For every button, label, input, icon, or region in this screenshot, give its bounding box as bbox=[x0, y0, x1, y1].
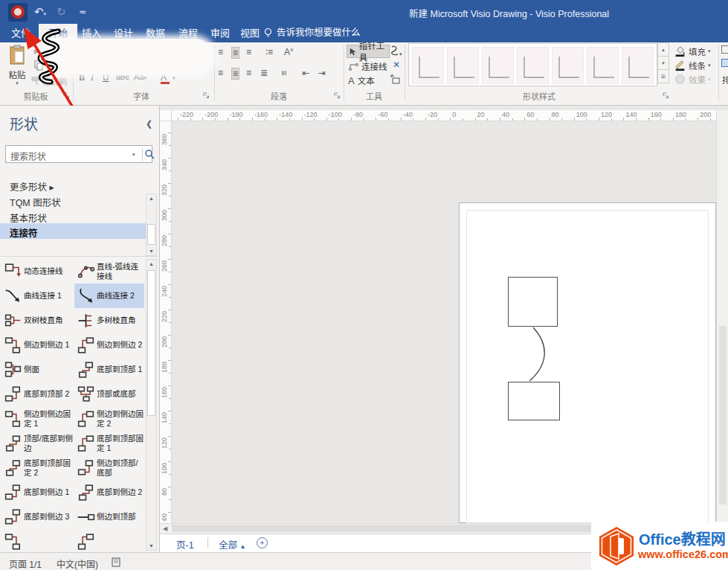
shape-style-thumbnail[interactable] bbox=[517, 47, 549, 84]
connection-point-tool-icon[interactable]: ✕ bbox=[393, 60, 400, 70]
stencil-category[interactable]: 更多形状 ▸ bbox=[10, 179, 54, 193]
category-scroll-down-icon[interactable]: ▼ bbox=[146, 249, 156, 254]
gallery-more-icon[interactable]: ☰ bbox=[657, 69, 669, 83]
shape-style-thumbnail[interactable] bbox=[587, 47, 619, 84]
vertical-scrollbar[interactable] bbox=[716, 110, 728, 523]
category-scrollbar[interactable]: ▲ ▼ bbox=[146, 193, 157, 256]
gallery-down-icon[interactable]: ▾ bbox=[657, 56, 669, 70]
freeform-tool-button[interactable]: ▾ bbox=[390, 45, 402, 59]
shape-master-item[interactable]: 底部到顶部 2 bbox=[1, 382, 74, 406]
tab-file[interactable]: 文件 bbox=[1, 24, 40, 42]
search-shapes-box[interactable]: 搜索形状 ▾ bbox=[5, 145, 152, 163]
macro-record-icon[interactable] bbox=[112, 557, 120, 567]
font-color-dropdown-icon[interactable]: ▾ bbox=[173, 75, 175, 81]
redo-icon[interactable]: ↻ bbox=[57, 3, 66, 21]
status-page-indicator[interactable]: 页面 1/1 bbox=[9, 557, 42, 570]
shape-master-item[interactable]: 底部到侧边 3 bbox=[1, 505, 74, 529]
search-dropdown-icon[interactable]: ▾ bbox=[132, 152, 135, 158]
undo-icon[interactable]: ↶▾ bbox=[34, 3, 46, 23]
paste-button[interactable]: 粘贴 ▾ bbox=[4, 45, 30, 88]
paragraph-dialog-launcher-icon[interactable] bbox=[333, 92, 341, 100]
line-spacing-icon[interactable]: ≣ bbox=[260, 68, 268, 78]
stencil-category-selected[interactable]: 连接符 bbox=[0, 223, 146, 239]
shape-list-scroll-up-icon[interactable]: ▲ bbox=[146, 261, 156, 266]
pointer-tool-button[interactable]: 指针工具 bbox=[347, 45, 390, 58]
copy-icon[interactable] bbox=[33, 60, 44, 71]
fill-button[interactable]: 填充▾ bbox=[674, 45, 720, 57]
align-left-icon[interactable]: ≡ bbox=[218, 47, 223, 57]
effects-button[interactable]: 效果▾ bbox=[674, 73, 720, 86]
shape-master-item[interactable]: 动态连接线 bbox=[1, 259, 74, 284]
shape-style-thumbnail[interactable] bbox=[622, 47, 654, 84]
text-direction-icon[interactable]: ≡ bbox=[279, 70, 289, 75]
shape-style-thumbnail[interactable] bbox=[482, 47, 514, 84]
align-center-icon[interactable]: ≡ bbox=[231, 47, 239, 59]
cut-icon[interactable]: ✂ bbox=[33, 47, 41, 57]
arrange-partial-icon2[interactable] bbox=[721, 59, 728, 67]
status-language[interactable]: 中文(中国) bbox=[57, 557, 98, 570]
shape-style-thumbnail[interactable] bbox=[412, 47, 444, 84]
paste-dropdown-icon[interactable]: ▾ bbox=[4, 80, 30, 86]
align-top-icon[interactable]: ≡ bbox=[218, 68, 223, 78]
shape-master-item[interactable]: 侧边到顶部/底部 bbox=[74, 455, 144, 480]
shape-master-item[interactable]: 侧边到侧边固定 1 bbox=[1, 406, 74, 431]
text-tool-button[interactable]: A 文本 bbox=[348, 74, 375, 86]
customize-quick-access-icon[interactable]: ≂ bbox=[79, 3, 86, 21]
font-dialog-launcher-icon[interactable] bbox=[202, 92, 210, 100]
shape-master-item[interactable]: 顶部/底部到侧边 bbox=[1, 431, 74, 455]
shape-master-item[interactable]: 曲线连接 2 bbox=[74, 284, 144, 308]
format-painter-button[interactable]: 格式刷 bbox=[31, 75, 67, 87]
shape-master-item[interactable]: 侧边到侧边 2 bbox=[74, 333, 144, 357]
panel-collapse-icon[interactable]: ❮ bbox=[146, 119, 152, 129]
search-shapes-input[interactable]: 搜索形状 bbox=[10, 150, 46, 162]
shape-list-scroll-down-icon[interactable]: ▼ bbox=[146, 543, 156, 548]
shape-master-item[interactable]: 底部到侧边 1 bbox=[1, 480, 74, 505]
align-bottom-icon[interactable]: ≡ bbox=[246, 68, 251, 78]
shape-list-scrollbar[interactable]: ▲ ▼ bbox=[146, 259, 157, 551]
add-page-button[interactable]: + bbox=[257, 537, 268, 548]
search-icon[interactable] bbox=[144, 149, 155, 160]
shape-style-thumbnail[interactable] bbox=[447, 47, 479, 84]
align-middle-icon[interactable]: ≡ bbox=[231, 68, 239, 80]
shape-master-item[interactable]: 侧边到侧边 1 bbox=[1, 333, 74, 357]
shape-master-item[interactable]: 多树枝直角 bbox=[74, 308, 144, 333]
visio-app-icon[interactable] bbox=[8, 3, 28, 22]
curved-connector-shape[interactable] bbox=[172, 121, 716, 523]
shape-master-item[interactable]: 底部到顶部固定 2 bbox=[1, 455, 74, 480]
shape-master-item[interactable]: 底部到顶部固定 1 bbox=[74, 431, 144, 455]
clipboard-dialog-launcher-icon[interactable] bbox=[62, 92, 71, 100]
shape-master-item[interactable]: 侧边到顶部 bbox=[74, 505, 144, 529]
arrange-partial-icon[interactable] bbox=[721, 45, 728, 54]
tell-me-box[interactable]: 告诉我你想要做什么 bbox=[277, 24, 361, 42]
category-scroll-up-icon[interactable]: ▲ bbox=[146, 196, 156, 201]
stencil-category[interactable]: TQM 图形状 bbox=[10, 195, 61, 209]
shape-master-label: 双树枝直角 bbox=[24, 316, 63, 324]
decrease-indent-icon[interactable]: ⇤ bbox=[302, 68, 309, 78]
shape-master-item[interactable]: 顶部或底部 bbox=[74, 382, 144, 406]
bullets-icon[interactable]: ∶≡ bbox=[265, 47, 273, 57]
shape-master-item[interactable]: 底部到顶部 1 bbox=[74, 357, 144, 382]
connector-tool-button[interactable]: 连接线 bbox=[348, 60, 387, 72]
group-label-paragraph: 段落 bbox=[257, 90, 301, 102]
text-rotate-icon[interactable]: A° bbox=[284, 47, 294, 57]
drawing-canvas[interactable] bbox=[172, 121, 716, 523]
shape-master-item[interactable]: 底部到侧边 2 bbox=[74, 480, 144, 505]
shape-master-item[interactable]: 侧边到侧边固定 2 bbox=[74, 406, 144, 431]
increase-indent-icon[interactable]: ⇥ bbox=[318, 68, 326, 78]
gallery-up-icon[interactable]: ▴ bbox=[657, 42, 669, 57]
shape-master-item[interactable]: 双树枝直角 bbox=[1, 308, 74, 333]
text-block-tool-icon[interactable] bbox=[390, 74, 401, 85]
shape-master-item[interactable]: 曲线连接 1 bbox=[1, 284, 74, 308]
page-tab[interactable]: 页-1 bbox=[176, 537, 194, 551]
line-button[interactable]: 线条▾ bbox=[674, 59, 720, 71]
shape-master-item[interactable] bbox=[1, 529, 74, 551]
shape-master-item[interactable]: 侧面 bbox=[1, 357, 74, 382]
shape-styles-dialog-launcher-icon[interactable] bbox=[662, 92, 670, 100]
h-ruler-label: 200 bbox=[700, 111, 711, 118]
align-right-icon[interactable]: ≡ bbox=[246, 47, 251, 57]
all-pages-tab[interactable]: 全部 ▲ bbox=[219, 537, 245, 551]
shape-master-item[interactable] bbox=[74, 529, 144, 551]
shape-style-thumbnail[interactable] bbox=[552, 47, 584, 84]
shape-master-item[interactable]: 直线-弧线连接线 bbox=[74, 259, 144, 284]
scroll-left-icon[interactable]: ◀ bbox=[163, 525, 167, 532]
